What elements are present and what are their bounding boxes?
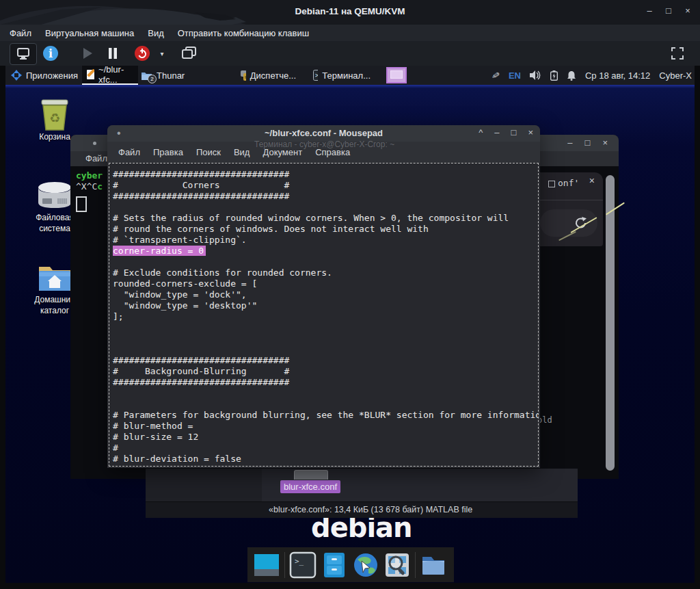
task-label: Терминал... <box>322 70 371 81</box>
tab-icon <box>548 181 555 187</box>
editor-line <box>113 202 538 213</box>
menu-view[interactable]: Вид <box>148 28 164 38</box>
snapshots-icon <box>182 47 197 60</box>
editor-line <box>113 333 538 344</box>
volume-icon[interactable] <box>530 70 541 80</box>
system-tray: ✎ EN Ср 18 авг, 14:12 Cyber-X <box>492 66 692 85</box>
clock[interactable]: Ср 18 авг, 14:12 <box>585 70 650 81</box>
window-count-badge: 2 <box>148 75 157 83</box>
host-menubar: Файл Виртуальная машина Вид Отправить ко… <box>0 25 700 41</box>
dock-separator <box>284 552 285 578</box>
vm-display: Приложения ~/blur-xfc... 2 <box>5 66 695 583</box>
close-button[interactable]: × <box>528 127 533 138</box>
popup-close-icon[interactable]: × <box>589 175 595 186</box>
editor-line: # <box>113 443 538 454</box>
menu-send-key[interactable]: Отправить комбинацию клавиш <box>178 28 309 38</box>
editor-line: # Sets the radius of rounded window corn… <box>113 213 538 224</box>
pause-icon <box>107 47 118 60</box>
terminal-menu-file[interactable]: Файл <box>85 153 107 163</box>
text-editor-area[interactable]: ################################## Corne… <box>109 163 539 467</box>
terminal-scrollbar[interactable] <box>606 175 615 471</box>
home-folder-icon <box>37 263 72 294</box>
mousepad-controls: ^ – □ × <box>479 127 533 138</box>
dock-separator <box>415 552 416 578</box>
popup-tab-text: onf' <box>558 178 579 188</box>
play-icon <box>82 47 93 60</box>
menu-search[interactable]: Поиск <box>196 147 221 157</box>
editor-line <box>113 322 538 333</box>
task-button-thunar[interactable]: 2 Thunar <box>137 66 196 85</box>
screenshot-tool-thumbnail[interactable] <box>386 67 407 83</box>
task-button-mousepad[interactable]: ~/blur-xfc... <box>82 66 138 85</box>
desktop-icon-trash[interactable]: ♻ Корзина <box>33 99 77 142</box>
editor-line <box>113 399 538 410</box>
task-label: ~/blur-xfc... <box>98 66 134 85</box>
terminal-close-button[interactable]: × <box>602 138 608 148</box>
mousepad-window: • ~/blur-xfce.conf - Mousepad ^ – □ × Фа… <box>107 125 540 468</box>
editor-line: ################################# <box>113 355 538 366</box>
menu-view[interactable]: Вид <box>234 147 250 157</box>
menu-virtual-machine[interactable]: Виртуальная машина <box>45 28 134 38</box>
dock-file-cabinet-icon[interactable] <box>321 551 348 579</box>
notifications-bell-icon[interactable] <box>567 70 576 81</box>
task-button-terminal[interactable]: >_ Терминал... <box>309 66 375 85</box>
minimize-button[interactable]: – <box>644 5 655 16</box>
hard-drive-icon <box>37 181 72 212</box>
taskmanager-icon <box>240 70 246 81</box>
close-button[interactable]: × <box>682 5 693 16</box>
console-button[interactable] <box>10 43 37 65</box>
editor-line <box>113 257 538 267</box>
applications-menu-button[interactable]: Приложения <box>7 66 92 85</box>
keyboard-layout[interactable]: EN <box>509 70 521 81</box>
session-user[interactable]: Cyber-X <box>659 70 692 81</box>
terminal-cursor <box>76 196 87 212</box>
fullscreen-icon <box>671 47 684 60</box>
task-button-taskmanager[interactable]: Диспетче... <box>236 66 300 85</box>
host-titlebar: Debian-11 на QEMU/KVM – □ × <box>0 0 700 25</box>
vm-info-button[interactable]: i <box>41 43 60 64</box>
terminal-minimize-button[interactable]: – <box>567 138 572 148</box>
battery-icon[interactable] <box>550 70 558 81</box>
terminal-icon: >_ <box>313 70 318 81</box>
thunar-sidebar[interactable] <box>146 469 262 501</box>
stylus-icon[interactable]: ✎ <box>489 70 502 80</box>
snapshots-button[interactable] <box>179 43 200 64</box>
shade-button[interactable]: ^ <box>479 127 483 138</box>
editor-line: ################################# <box>113 169 538 180</box>
editor-line: ################################# <box>113 191 538 202</box>
terminal-maximize-button[interactable]: □ <box>585 138 591 148</box>
reload-button[interactable] <box>540 209 597 237</box>
menu-file[interactable]: Файл <box>118 147 140 157</box>
menu-file[interactable]: Файл <box>10 28 31 38</box>
menu-edit[interactable]: Правка <box>153 147 183 157</box>
dock-desktop-panel-icon[interactable] <box>253 551 280 579</box>
editor-line: "window_type = 'desktop'" <box>113 300 538 311</box>
mousepad-title: ~/blur-xfce.conf - Mousepad <box>107 128 540 138</box>
thunar-window: blur-xfce.conf «blur-xfce.conf»: 13,4 Ки… <box>146 469 578 518</box>
play-button[interactable] <box>79 43 96 64</box>
fullscreen-button[interactable] <box>669 43 686 64</box>
trash-icon: ♻ <box>38 99 72 131</box>
svg-text:i: i <box>49 47 53 60</box>
dock-terminal-icon[interactable]: >_ <box>289 551 317 579</box>
shutdown-menu-caret[interactable]: ▾ <box>156 43 168 64</box>
dock-app-finder-icon[interactable] <box>383 551 411 579</box>
dock-web-browser-icon[interactable] <box>352 551 379 579</box>
editor-line: # Background-Blurring # <box>113 366 538 377</box>
host-window-title: Debian-11 на QEMU/KVM <box>0 6 700 16</box>
pause-button[interactable] <box>104 43 122 64</box>
dock-file-manager-icon[interactable] <box>420 551 447 579</box>
editor-line: # blur-method = <box>113 421 538 432</box>
host-window-controls: – □ × <box>644 5 693 16</box>
shutdown-button[interactable] <box>133 43 152 64</box>
info-icon: i <box>42 45 59 62</box>
monitor-icon <box>16 48 30 60</box>
editor-line: # blur-deviation = false <box>113 454 538 464</box>
task-label: Диспетче... <box>250 70 296 81</box>
maximize-button[interactable]: □ <box>511 127 517 138</box>
editor-line: # blur-size = 12 <box>113 432 538 443</box>
maximize-button[interactable]: □ <box>663 5 674 16</box>
minimize-button[interactable]: – <box>494 127 499 138</box>
selected-file-label[interactable]: blur-xfce.conf <box>280 480 340 493</box>
applications-label: Приложения <box>26 70 78 81</box>
